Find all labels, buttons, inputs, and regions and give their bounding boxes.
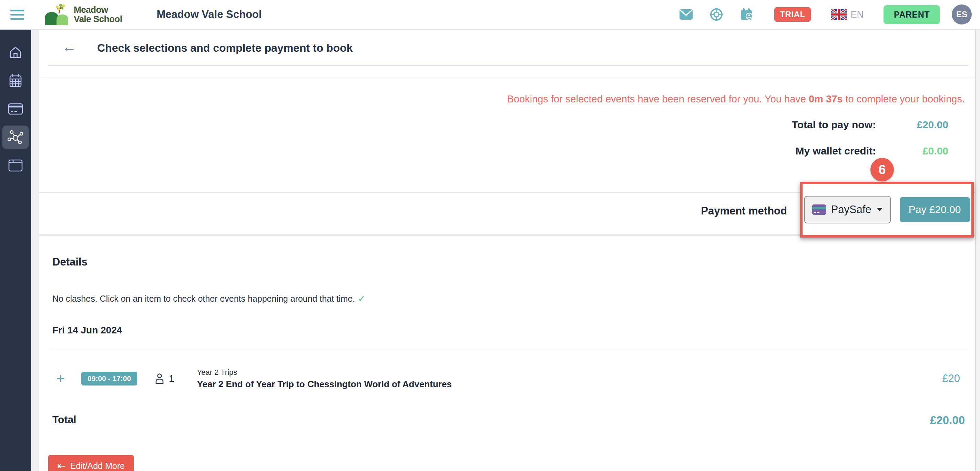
event-title: Year 2 End of Year Trip to Chessington W… — [197, 379, 452, 390]
wallet-credit-value: £0.00 — [876, 145, 948, 157]
card-payments-icon — [8, 103, 23, 115]
school-logo[interactable]: Meadow Vale School — [43, 3, 122, 26]
total-to-pay-label: Total to pay now: — [792, 119, 876, 131]
support-lifering-icon[interactable] — [709, 7, 724, 22]
payment-method-select[interactable]: PaySafe — [804, 196, 891, 224]
checkout-heading: Check selections and complete payment to… — [97, 42, 353, 54]
event-time-badge: 09:00 - 17:00 — [81, 372, 137, 385]
sidebar-item-browser[interactable] — [2, 154, 29, 177]
back-arrow-button[interactable]: ← — [62, 40, 76, 54]
details-card: Details No clashes. Click on an item to … — [39, 236, 975, 471]
details-heading: Details — [52, 256, 88, 268]
chevron-down-icon — [876, 207, 883, 212]
page-title: Meadow Vale School — [156, 8, 261, 21]
topbar: Meadow Vale School Meadow Vale School — [0, 0, 980, 30]
sidebar — [0, 30, 31, 471]
school-logo-text: Meadow Vale School — [74, 5, 122, 24]
attendee-count: 1 — [169, 373, 174, 384]
parent-role-button[interactable]: PARENT — [883, 5, 940, 24]
total-to-pay-value: £20.00 — [876, 119, 948, 131]
sidebar-item-activities-active[interactable] — [2, 126, 29, 149]
sidebar-item-home[interactable] — [2, 41, 29, 64]
sidebar-item-calendar[interactable] — [2, 69, 29, 93]
user-avatar[interactable]: ES — [952, 5, 972, 24]
person-icon — [155, 373, 164, 384]
calendar-icon — [9, 73, 22, 88]
edit-add-more-button[interactable]: ⇤ Edit/Add More — [48, 455, 134, 471]
wallet-credit-row: My wallet credit: £0.00 — [792, 145, 948, 157]
payment-highlight-box: PaySafe Pay £20.00 — [800, 182, 974, 238]
grand-total-label: Total — [52, 414, 76, 427]
credit-card-icon — [812, 204, 826, 215]
total-to-pay-row: Total to pay now: £20.00 — [792, 119, 948, 131]
event-price: £20 — [942, 372, 960, 385]
home-icon — [8, 45, 23, 60]
payment-method-selected: PaySafe — [831, 203, 872, 216]
reservation-timer-notice: Bookings for selected events have been r… — [507, 93, 965, 105]
language-code: EN — [851, 9, 864, 20]
hamburger-menu-icon[interactable] — [10, 7, 24, 22]
pay-button[interactable]: Pay £20.00 — [900, 197, 970, 222]
attendees-group: 1 — [155, 373, 174, 384]
event-row[interactable]: + 09:00 - 17:00 1 Year 2 Trips Year 2 En… — [39, 366, 975, 392]
calendar-user-icon[interactable] — [739, 7, 754, 22]
check-icon: ✓ — [358, 294, 366, 304]
topbar-actions: TRIAL EN PARENT ES — [671, 5, 972, 24]
vertical-scrollbar[interactable] — [975, 30, 980, 471]
language-selector[interactable]: EN — [831, 9, 864, 20]
browser-window-icon — [8, 159, 23, 172]
grand-total-row: Total £20.00 — [39, 414, 975, 427]
page-header-card: ← Check selections and complete payment … — [39, 30, 975, 78]
school-logo-icon — [43, 3, 70, 26]
messages-envelope-icon[interactable] — [678, 7, 694, 22]
sidebar-item-payments[interactable] — [2, 97, 29, 121]
expand-plus-icon[interactable]: + — [54, 371, 68, 386]
uk-flag-icon — [831, 9, 846, 20]
clash-note: No clashes. Click on an item to check ot… — [52, 293, 366, 304]
event-date-header: Fri 14 Jun 2024 — [52, 325, 122, 336]
back-to-bar-arrow-icon: ⇤ — [57, 460, 65, 471]
annotation-step-badge: 6 — [870, 158, 894, 181]
payment-method-label: Payment method — [697, 205, 787, 217]
date-divider — [50, 350, 968, 350]
activities-hub-icon — [8, 129, 24, 145]
trial-badge: TRIAL — [774, 7, 810, 22]
header-divider — [48, 65, 968, 66]
wallet-credit-label: My wallet credit: — [795, 145, 876, 157]
event-category: Year 2 Trips — [197, 368, 452, 377]
totals-block: Total to pay now: £20.00 My wallet credi… — [792, 119, 948, 171]
event-text: Year 2 Trips Year 2 End of Year Trip to … — [197, 368, 452, 390]
grand-total-value: £20.00 — [930, 414, 965, 427]
time-remaining: 0m 37s — [809, 93, 843, 104]
edit-add-more-label: Edit/Add More — [70, 461, 124, 471]
